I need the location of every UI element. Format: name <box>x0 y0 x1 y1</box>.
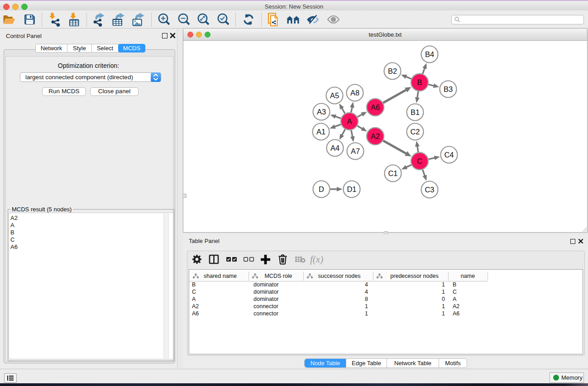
svg-text:B: B <box>417 78 422 86</box>
svg-text:C1: C1 <box>388 169 397 177</box>
svg-text:C: C <box>417 157 422 165</box>
svg-text:D: D <box>319 185 324 193</box>
svg-text:B3: B3 <box>444 85 453 93</box>
svg-text:C3: C3 <box>425 186 434 194</box>
svg-text:B1: B1 <box>411 108 420 116</box>
svg-text:A4: A4 <box>330 144 339 152</box>
svg-text:A2: A2 <box>371 132 380 140</box>
svg-text:A3: A3 <box>317 108 326 116</box>
svg-text:A: A <box>347 117 352 125</box>
svg-text:C4: C4 <box>444 151 454 159</box>
svg-text:A1: A1 <box>316 128 325 136</box>
svg-text:C2: C2 <box>410 128 420 136</box>
svg-text:B2: B2 <box>388 67 397 75</box>
svg-text:D1: D1 <box>347 185 356 193</box>
svg-text:A7: A7 <box>351 147 360 155</box>
svg-text:B4: B4 <box>425 50 434 58</box>
svg-text:A8: A8 <box>350 89 359 97</box>
svg-text:A5: A5 <box>330 91 339 100</box>
svg-text:A6: A6 <box>371 103 380 111</box>
